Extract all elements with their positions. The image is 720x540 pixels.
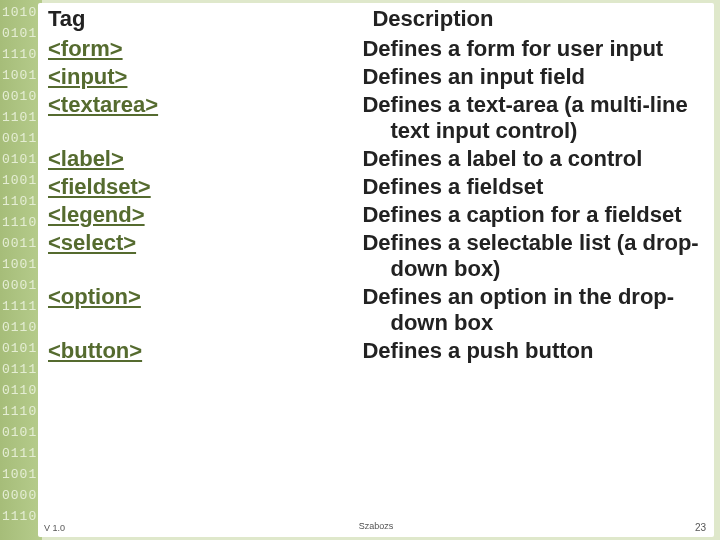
form-tags-table: Tag Description <form>Defines a form for… [38,3,714,365]
table-row: <legend>Defines a caption for a fieldset [38,201,714,229]
description-cell: Defines an option in the drop-down box [362,283,714,337]
slide-body: Tag Description <form>Defines a form for… [38,3,714,537]
description-cell: Defines a label to a control [362,145,714,173]
tag-cell: <label> [38,145,362,173]
tag-link[interactable]: <fieldset> [48,174,151,199]
tag-link[interactable]: <select> [48,230,136,255]
description-cell: Defines a text-area (a multi-line text i… [362,91,714,145]
description-cell: Defines a caption for a fieldset [362,201,714,229]
table-row: <label>Defines a label to a control [38,145,714,173]
footer-version: V 1.0 [44,523,65,533]
description-cell: Defines an input field [362,63,714,91]
header-tag: Tag [38,3,362,35]
table-row: <textarea>Defines a text-area (a multi-l… [38,91,714,145]
tag-cell: <input> [38,63,362,91]
footer-page-num: 23 [695,522,706,533]
description-cell: Defines a selectable list (a drop-down b… [362,229,714,283]
tag-cell: <select> [38,229,362,283]
description-cell: Defines a push button [362,337,714,365]
table-row: <option>Defines an option in the drop-do… [38,283,714,337]
binary-background: 1010 0101 1110 1001 0010 1101 0011 0101 … [0,0,42,540]
description-cell: Defines a form for user input [362,35,714,63]
header-description: Description [362,3,714,35]
tag-cell: <button> [38,337,362,365]
table-body: <form>Defines a form for user input<inpu… [38,35,714,365]
tag-link[interactable]: <textarea> [48,92,158,117]
tag-cell: <fieldset> [38,173,362,201]
table-row: <input>Defines an input field [38,63,714,91]
table-row: <select>Defines a selectable list (a dro… [38,229,714,283]
table-row: <fieldset>Defines a fieldset [38,173,714,201]
table-row: <button>Defines a push button [38,337,714,365]
tag-cell: <textarea> [38,91,362,145]
tag-cell: <option> [38,283,362,337]
tag-link[interactable]: <input> [48,64,127,89]
tag-link[interactable]: <label> [48,146,124,171]
tag-cell: <form> [38,35,362,63]
footer-author: Szabozs [359,521,394,531]
tag-cell: <legend> [38,201,362,229]
tag-link[interactable]: <legend> [48,202,145,227]
table-row: <form>Defines a form for user input [38,35,714,63]
tag-link[interactable]: <form> [48,36,123,61]
tag-link[interactable]: <button> [48,338,142,363]
description-cell: Defines a fieldset [362,173,714,201]
tag-link[interactable]: <option> [48,284,141,309]
